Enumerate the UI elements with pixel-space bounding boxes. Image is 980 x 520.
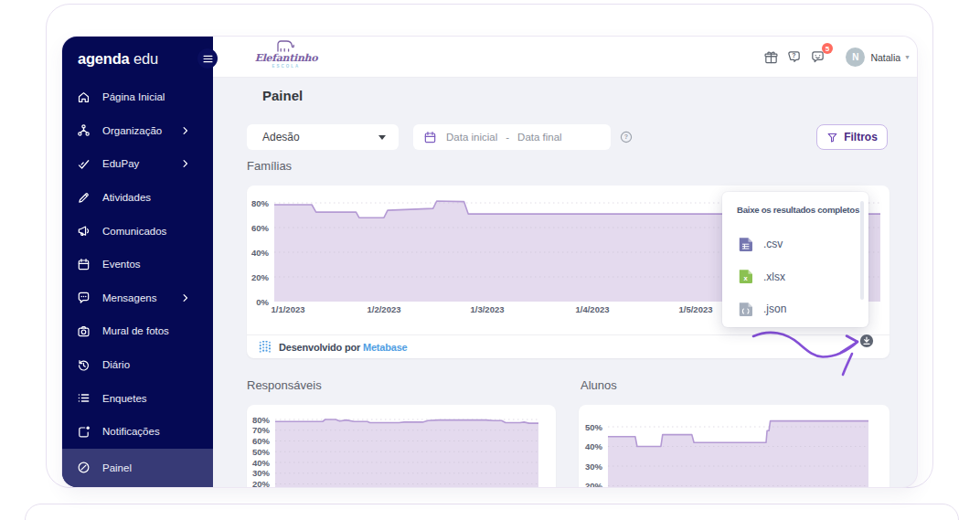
notification-badge: 5	[822, 43, 833, 54]
chevron-right-icon	[183, 126, 188, 135]
file-type-icon-json	[738, 302, 753, 317]
sidebar-item-painel[interactable]: Painel	[62, 449, 213, 487]
svg-text:40%: 40%	[251, 248, 270, 258]
svg-text:60%: 60%	[251, 223, 270, 233]
background-window	[25, 504, 959, 520]
svg-text:80%: 80%	[252, 415, 271, 425]
svg-text:0%: 0%	[256, 297, 269, 307]
camera-icon	[77, 324, 91, 338]
sidebar-item-label: Mensagens	[102, 292, 156, 303]
svg-text:50%: 50%	[252, 447, 271, 457]
calendar-icon	[423, 131, 437, 144]
list-icon	[77, 391, 91, 405]
metabase-link[interactable]: Metabase	[363, 342, 408, 353]
help-bubble-icon[interactable]: ?	[786, 49, 802, 65]
sidebar-item-label: Diário	[102, 359, 130, 370]
sidebar-item-comunicados[interactable]: Comunicados	[62, 214, 213, 248]
svg-text:1/3/2023: 1/3/2023	[471, 304, 505, 314]
download-option-label: .csv	[763, 238, 783, 250]
metabase-attribution: Desenvolvido por Metabase	[279, 342, 408, 353]
chevron-right-icon	[183, 293, 188, 302]
download-results-button[interactable]	[859, 334, 874, 348]
download-menu: Baixe os resultados completos .csvx.xlsx…	[722, 192, 868, 327]
section-label-alunos: Alunos	[581, 378, 617, 392]
filters-button-label: Filtros	[844, 131, 878, 143]
sidebar-item-diario[interactable]: Diário	[62, 348, 213, 382]
chart-card-responsaveis: 80%70%60%50%40%30%20%	[247, 405, 556, 487]
sidebar-item-mensagens[interactable]: Mensagens	[62, 281, 213, 315]
pencil-icon	[77, 191, 91, 205]
org-icon	[77, 123, 91, 137]
chart-alunos: 50%40%30%20%	[579, 405, 889, 487]
top-header: Elefantinho ESCOLA ? 5 N Natalia ▼	[213, 37, 917, 78]
sidebar-item-label: Página Inicial	[102, 91, 165, 102]
metabase-logo-icon	[259, 341, 272, 354]
sidebar-item-label: Enquetes	[102, 393, 147, 404]
svg-text:20%: 20%	[252, 479, 271, 487]
sidebar-item-label: Eventos	[102, 259, 141, 270]
gift-icon[interactable]	[763, 49, 779, 65]
download-menu-title: Baixe os resultados completos	[737, 205, 859, 215]
metric-select[interactable]: Adesão	[247, 124, 399, 150]
svg-text:70%: 70%	[252, 425, 271, 435]
sidebar-toggle-button[interactable]	[197, 48, 218, 69]
sidebar-item-label: Painel	[102, 462, 132, 473]
sidebar-item-atividades[interactable]: Atividades	[62, 181, 213, 215]
history-icon	[77, 358, 91, 372]
download-menu-scrollbar[interactable]	[860, 201, 865, 300]
sidebar-item-mural-de-fotos[interactable]: Mural de fotos	[62, 314, 213, 348]
school-logo[interactable]: Elefantinho ESCOLA	[254, 38, 318, 69]
sidebar-item-pagina-inicial[interactable]: Página Inicial	[62, 80, 213, 114]
svg-text:40%: 40%	[252, 458, 271, 468]
pen-check-icon	[77, 157, 91, 171]
sidebar-item-notificacoes[interactable]: Notificações	[62, 415, 213, 449]
date-separator: -	[506, 132, 509, 143]
svg-text:20%: 20%	[585, 481, 603, 487]
funnel-icon	[826, 132, 838, 143]
svg-text:1/4/2023: 1/4/2023	[576, 304, 610, 314]
gauge-icon	[77, 461, 91, 474]
sidebar: agenda edu Página InicialOrganizaçãoEduP…	[62, 37, 213, 487]
calendar-icon	[77, 258, 91, 271]
section-label-responsaveis: Responsáveis	[247, 378, 322, 392]
sidebar-item-label: Notificações	[102, 426, 160, 437]
date-range-input[interactable]: Data inicial - Data final	[413, 124, 611, 150]
sidebar-item-label: Mural de fotos	[102, 325, 169, 336]
chevron-right-icon	[183, 159, 188, 168]
user-name[interactable]: Natalia	[870, 52, 900, 63]
sidebar-item-edupay[interactable]: EduPay	[62, 147, 213, 181]
chart-responsaveis: 80%70%60%50%40%30%20%	[247, 405, 556, 487]
date-end-placeholder: Data final	[517, 132, 562, 143]
svg-text:60%: 60%	[252, 436, 271, 446]
metabase-footer: Desenvolvido por Metabase	[247, 334, 889, 358]
school-name: Elefantinho	[254, 52, 318, 64]
app-logo: agenda edu	[78, 50, 158, 68]
page-title: Painel	[262, 88, 303, 103]
svg-text:40%: 40%	[585, 441, 603, 451]
sidebar-item-label: Organização	[102, 125, 162, 136]
help-circle-icon[interactable]: ?	[620, 131, 633, 143]
avatar[interactable]: N	[846, 48, 865, 67]
sidebar-menu: Página InicialOrganizaçãoEduPayAtividade…	[62, 80, 213, 487]
download-option-json[interactable]: .json	[738, 300, 786, 318]
sidebar-item-organizacao[interactable]: Organização	[62, 114, 213, 148]
chart-card-alunos: 50%40%30%20%	[579, 405, 889, 487]
home-icon	[77, 90, 91, 104]
download-option-xlsx[interactable]: x.xlsx	[738, 268, 785, 286]
user-menu-chevron-icon[interactable]: ▼	[904, 54, 911, 60]
svg-text:?: ?	[793, 52, 796, 59]
sidebar-item-label: Atividades	[102, 192, 151, 203]
section-label-familias: Famílias	[247, 159, 292, 173]
svg-text:20%: 20%	[251, 272, 270, 282]
download-option-csv[interactable]: .csv	[738, 235, 783, 253]
date-start-placeholder: Data inicial	[446, 132, 497, 143]
download-option-label: .json	[763, 302, 786, 315]
svg-text:1/1/2023: 1/1/2023	[272, 304, 305, 314]
svg-text:?: ?	[624, 133, 628, 140]
filters-button[interactable]: Filtros	[816, 124, 888, 150]
svg-text:1/5/2023: 1/5/2023	[679, 304, 713, 314]
sidebar-item-enquetes[interactable]: Enquetes	[62, 381, 213, 415]
elephant-logo-icon	[274, 39, 298, 52]
file-type-icon-csv	[738, 237, 753, 252]
sidebar-item-eventos[interactable]: Eventos	[62, 248, 213, 281]
